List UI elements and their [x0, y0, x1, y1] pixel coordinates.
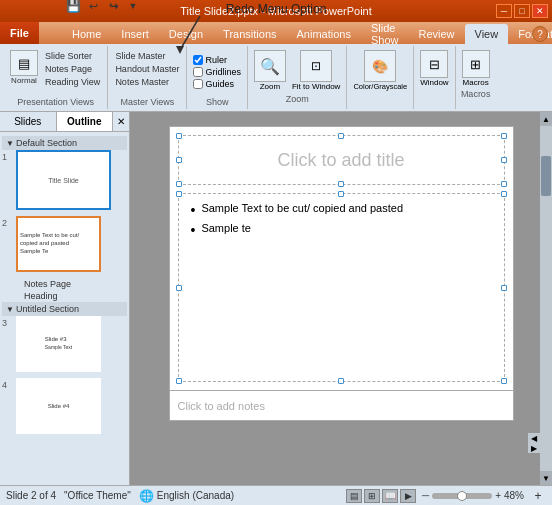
- window-group: ⊟ Window: [414, 46, 455, 109]
- slide-thumb-1[interactable]: Title Slide: [16, 150, 111, 210]
- outline-tab[interactable]: Outline: [57, 112, 114, 131]
- gridlines-checkbox[interactable]: [193, 67, 203, 77]
- slide-sorter-status-btn[interactable]: ⊞: [364, 489, 380, 503]
- save-qat-button[interactable]: 💾: [64, 0, 82, 14]
- macros-group: ⊞ Macros Macros: [456, 46, 496, 109]
- zoom-group: 🔍 Zoom ⊡ Fit to Window Zoom: [248, 46, 347, 109]
- ruler-checkbox[interactable]: [193, 55, 203, 65]
- slide-thumb-2[interactable]: Sample Text to be cut/ copied and pasted…: [16, 216, 101, 272]
- sidebar-tab-bar: Slides Outline ✕: [0, 112, 129, 132]
- normal-view-status-btn[interactable]: ▤: [346, 489, 362, 503]
- notes-page-button[interactable]: Notes Page: [42, 63, 103, 75]
- scroll-up-button[interactable]: ▲: [540, 112, 552, 126]
- main-area: Slides Outline ✕ ▼ Default Section 1 Tit…: [0, 112, 552, 485]
- show-group: Ruler Gridlines Guides Show: [187, 46, 248, 109]
- fit-to-window-button[interactable]: ⊡ Fit to Window: [290, 48, 342, 93]
- status-right: ▤ ⊞ 📖 ▶ ─ + 48% +: [346, 489, 546, 503]
- scroll-thumb[interactable]: [541, 156, 551, 196]
- tab-slideshow[interactable]: Slide Show: [361, 24, 409, 44]
- minimize-button[interactable]: ─: [496, 4, 512, 18]
- zoom-percent: 48%: [504, 490, 524, 501]
- sidebar-close-button[interactable]: ✕: [113, 112, 129, 131]
- ribbon-tabs-row: File Home Insert Design Transitions Anim…: [0, 22, 552, 44]
- slide-item-3[interactable]: 3 Slide #3 Sample Text: [2, 316, 127, 372]
- zoom-slider[interactable]: [432, 493, 492, 499]
- expand-collapse-buttons: ◀ ▶: [528, 433, 540, 453]
- handle-tc: [338, 133, 344, 139]
- slide-title-placeholder[interactable]: Click to add title: [178, 135, 505, 185]
- handle-mr: [501, 157, 507, 163]
- reading-view-status-btn[interactable]: 📖: [382, 489, 398, 503]
- notes-master-button[interactable]: Notes Master: [112, 76, 182, 88]
- notes-placeholder-text: Click to add notes: [178, 400, 265, 412]
- reading-view-button[interactable]: Reading View: [42, 76, 103, 88]
- outline-item-heading: Heading: [22, 290, 127, 302]
- macros-label: Macros: [461, 89, 491, 99]
- slide-content-area[interactable]: • Sample Text to be cut/ copied and past…: [178, 193, 505, 382]
- view-mode-buttons: ▤ ⊞ 📖 ▶: [346, 489, 416, 503]
- macros-button[interactable]: ⊞ Macros: [460, 48, 492, 89]
- handout-master-button[interactable]: Handout Master: [112, 63, 182, 75]
- slide-item-4[interactable]: 4 Slide #4: [2, 378, 127, 434]
- slide-sorter-button[interactable]: Slide Sorter: [42, 50, 103, 62]
- slideshow-status-btn[interactable]: ▶: [400, 489, 416, 503]
- window-button[interactable]: ⊟ Window: [418, 48, 450, 89]
- help-button[interactable]: ?: [532, 26, 548, 42]
- zoom-minus-button[interactable]: ─: [422, 490, 429, 501]
- vertical-scrollbar[interactable]: ▲ ▼: [540, 112, 552, 485]
- guides-checkbox[interactable]: [193, 79, 203, 89]
- close-button[interactable]: ✕: [532, 4, 548, 18]
- help-area: ?: [532, 26, 548, 42]
- bullet-item-1: • Sample Text to be cut/ copied and past…: [191, 202, 492, 218]
- color-grayscale-button[interactable]: 🎨 Color/Grayscale: [351, 48, 409, 93]
- master-list: Slide Master Handout Master Notes Master: [112, 50, 182, 88]
- untitled-section-header[interactable]: ▼ Untitled Section: [2, 302, 127, 316]
- tab-design[interactable]: Design: [159, 24, 213, 44]
- default-section-label: Default Section: [16, 138, 77, 148]
- slide-thumb-3[interactable]: Slide #3 Sample Text: [16, 316, 101, 372]
- slide-number-1: 1: [2, 150, 16, 162]
- content-handle-bl: [176, 378, 182, 384]
- tab-transitions[interactable]: Transitions: [213, 24, 286, 44]
- slide-number-4: 4: [2, 378, 16, 390]
- zoom-plus-button[interactable]: +: [495, 490, 501, 501]
- language-area: 🌐 English (Canada): [139, 489, 234, 503]
- bullet-text-2: Sample te: [201, 222, 251, 234]
- handle-tl: [176, 133, 182, 139]
- expand-left-button[interactable]: ◀: [528, 433, 540, 443]
- zoom-controls: ─ + 48%: [422, 490, 524, 501]
- scroll-down-button[interactable]: ▼: [540, 471, 552, 485]
- file-tab[interactable]: File: [0, 22, 39, 44]
- zoom-button[interactable]: 🔍 Zoom: [252, 48, 288, 93]
- tab-home[interactable]: Home: [62, 24, 111, 44]
- normal-view-button[interactable]: ▤ Normal: [8, 48, 40, 87]
- guides-checkbox-label[interactable]: Guides: [193, 79, 241, 89]
- zoom-slider-thumb[interactable]: [457, 491, 467, 501]
- content-handle-tr: [501, 191, 507, 197]
- slide-item-1[interactable]: 1 Title Slide: [2, 150, 127, 210]
- tab-insert[interactable]: Insert: [111, 24, 159, 44]
- tab-animations[interactable]: Animations: [287, 24, 361, 44]
- fit-slide-button[interactable]: +: [530, 489, 546, 503]
- tab-review[interactable]: Review: [408, 24, 464, 44]
- gridlines-checkbox-label[interactable]: Gridlines: [193, 67, 241, 77]
- expand-right-button[interactable]: ▶: [528, 443, 540, 453]
- bullet-dot-1: •: [191, 202, 196, 218]
- handle-ml: [176, 157, 182, 163]
- ruler-checkbox-label[interactable]: Ruler: [193, 55, 241, 65]
- undo-button[interactable]: ↩: [84, 0, 102, 14]
- slide-canvas[interactable]: Click to add title • Sample Text to be: [169, 126, 514, 391]
- default-section-header[interactable]: ▼ Default Section: [2, 136, 127, 150]
- views-list: Slide Sorter Notes Page Reading View: [42, 50, 103, 88]
- redo-button[interactable]: ↪: [104, 0, 122, 14]
- slide-item-2[interactable]: 2 Sample Text to be cut/ copied and past…: [2, 216, 127, 272]
- notes-area[interactable]: Click to add notes: [169, 391, 514, 421]
- tab-view[interactable]: View: [465, 24, 509, 44]
- maximize-button[interactable]: □: [514, 4, 530, 18]
- slide-2-content: Sample Text to be cut/ copied and pasted…: [18, 230, 99, 257]
- slides-tab[interactable]: Slides: [0, 112, 57, 131]
- slide-thumb-4[interactable]: Slide #4: [16, 378, 101, 434]
- presentation-views-group: ▤ Normal Slide Sorter Notes Page Reading…: [4, 46, 108, 109]
- slide-master-button[interactable]: Slide Master: [112, 50, 182, 62]
- qat-more-button[interactable]: ▼: [124, 0, 142, 14]
